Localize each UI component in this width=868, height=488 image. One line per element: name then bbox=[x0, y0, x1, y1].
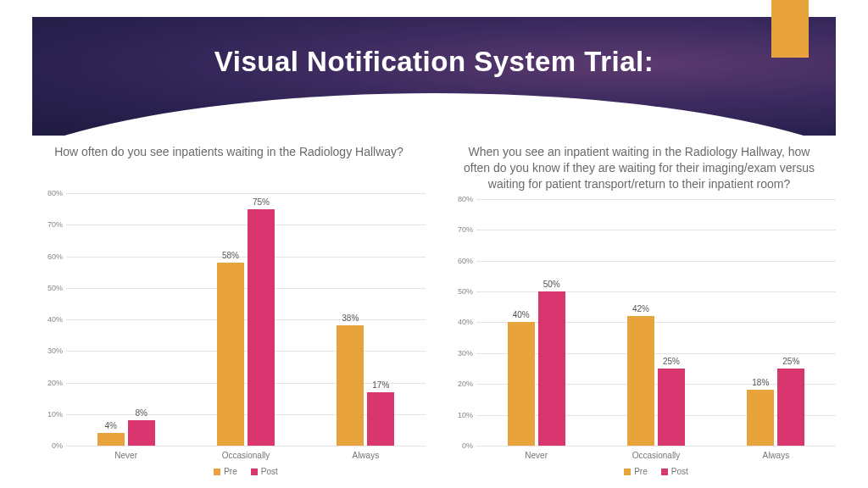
y-tick-label: 70% bbox=[37, 220, 63, 229]
bar-group: 40%50%Never bbox=[476, 199, 596, 446]
bar-value-label: 42% bbox=[632, 304, 649, 313]
chart-title: When you see an inpatient waiting in the… bbox=[442, 144, 836, 199]
bar-value-label: 75% bbox=[253, 197, 270, 207]
y-tick-label: 60% bbox=[37, 252, 63, 261]
legend-label: Post bbox=[671, 467, 688, 476]
bar-value-label: 40% bbox=[513, 310, 530, 319]
legend-swatch bbox=[624, 469, 631, 475]
bar-value-label: 8% bbox=[135, 408, 147, 418]
y-tick-label: 50% bbox=[448, 287, 473, 296]
y-tick-label: 0% bbox=[37, 441, 63, 450]
legend-swatch bbox=[251, 469, 258, 475]
bar-value-label: 25% bbox=[663, 357, 680, 366]
legend-label: Pre bbox=[224, 467, 237, 476]
category-label: Never bbox=[476, 446, 596, 460]
bar-pre: 58% bbox=[217, 263, 244, 446]
legend-label: Pre bbox=[634, 467, 648, 476]
page-title: Visual Notification System Trial: bbox=[32, 46, 836, 78]
accent-tab bbox=[771, 0, 809, 58]
y-tick-label: 80% bbox=[448, 195, 473, 203]
plot-area: 0%10%20%30%40%50%60%70%80%4%8%Never58%75… bbox=[66, 193, 426, 480]
bar-group: 38%17%Always bbox=[306, 193, 426, 446]
title-banner: Visual Notification System Trial: bbox=[32, 17, 836, 136]
bar-post: 8% bbox=[128, 420, 155, 446]
bar-value-label: 58% bbox=[222, 251, 239, 260]
y-tick-label: 50% bbox=[37, 284, 63, 292]
category-label: Never bbox=[66, 446, 186, 460]
bar-post: 25% bbox=[777, 369, 804, 446]
legend-swatch bbox=[661, 469, 668, 475]
category-label: Occasionally bbox=[186, 446, 305, 460]
bar-group: 42%25%Occasionally bbox=[596, 199, 715, 446]
legend-swatch bbox=[214, 469, 220, 475]
bar-pre: 42% bbox=[627, 316, 654, 446]
y-tick-label: 60% bbox=[448, 257, 473, 265]
y-tick-label: 30% bbox=[448, 349, 473, 358]
bar-group: 4%8%Never bbox=[66, 193, 186, 446]
bar-value-label: 50% bbox=[543, 280, 560, 289]
category-label: Always bbox=[306, 446, 426, 460]
bar-pre: 18% bbox=[747, 390, 774, 446]
y-tick-label: 0% bbox=[448, 441, 473, 450]
y-tick-label: 20% bbox=[448, 380, 473, 388]
bar-value-label: 18% bbox=[752, 378, 769, 387]
bar-value-label: 4% bbox=[104, 421, 116, 430]
legend: PrePost bbox=[476, 467, 836, 476]
y-tick-label: 40% bbox=[448, 318, 473, 326]
y-tick-label: 10% bbox=[37, 410, 63, 419]
bar-pre: 40% bbox=[508, 322, 535, 446]
chart-title: How often do you see inpatients waiting … bbox=[32, 144, 426, 193]
y-tick-label: 10% bbox=[448, 411, 473, 419]
legend-label: Post bbox=[261, 467, 278, 476]
category-label: Occasionally bbox=[596, 446, 715, 460]
plot-area: 0%10%20%30%40%50%60%70%80%40%50%Never42%… bbox=[476, 199, 836, 480]
y-tick-label: 20% bbox=[37, 379, 63, 387]
bar-pre: 4% bbox=[97, 433, 125, 446]
legend-item-post: Post bbox=[251, 467, 278, 476]
y-tick-label: 80% bbox=[37, 189, 63, 197]
bar-value-label: 17% bbox=[372, 380, 389, 390]
bar-pre: 38% bbox=[337, 325, 364, 446]
legend-item-pre: Pre bbox=[214, 467, 237, 476]
y-tick-label: 30% bbox=[37, 347, 63, 355]
legend-item-post: Post bbox=[661, 467, 688, 476]
bar-group: 18%25%Always bbox=[716, 199, 836, 446]
bar-post: 75% bbox=[248, 209, 275, 446]
chart-right: When you see an inpatient waiting in the… bbox=[442, 144, 836, 480]
bar-value-label: 38% bbox=[342, 313, 359, 323]
legend-item-pre: Pre bbox=[624, 467, 648, 476]
bar-value-label: 25% bbox=[782, 357, 799, 366]
bar-group: 58%75%Occasionally bbox=[186, 193, 305, 446]
bar-post: 50% bbox=[538, 291, 565, 446]
y-tick-label: 40% bbox=[37, 315, 63, 324]
y-tick-label: 70% bbox=[448, 225, 473, 234]
charts-container: How often do you see inpatients waiting … bbox=[32, 144, 836, 480]
bar-post: 25% bbox=[658, 369, 685, 446]
chart-left: How often do you see inpatients waiting … bbox=[32, 144, 426, 480]
legend: PrePost bbox=[66, 467, 426, 476]
bar-post: 17% bbox=[367, 392, 394, 446]
category-label: Always bbox=[716, 446, 836, 460]
